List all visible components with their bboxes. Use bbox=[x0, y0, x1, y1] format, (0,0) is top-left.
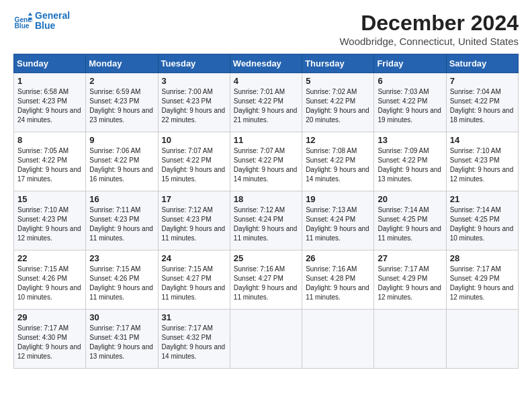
day-number: 7 bbox=[450, 76, 515, 86]
day-info: Sunrise: 7:16 AMSunset: 4:28 PMDaylight:… bbox=[306, 265, 370, 302]
day-cell-10: 10 Sunrise: 7:07 AMSunset: 4:22 PMDaylig… bbox=[158, 132, 230, 191]
day-cell-4: 4 Sunrise: 7:01 AMSunset: 4:22 PMDayligh… bbox=[230, 73, 302, 132]
day-number: 9 bbox=[89, 135, 154, 145]
day-cell-30: 30 Sunrise: 7:17 AMSunset: 4:31 PMDaylig… bbox=[86, 310, 158, 369]
day-number: 31 bbox=[162, 312, 226, 322]
day-number: 10 bbox=[162, 135, 226, 145]
day-info: Sunrise: 6:59 AMSunset: 4:23 PMDaylight:… bbox=[89, 87, 154, 125]
day-number: 1 bbox=[17, 76, 82, 86]
title-area: December 2024 Woodbridge, Connecticut, U… bbox=[339, 11, 519, 47]
day-info: Sunrise: 7:17 AMSunset: 4:29 PMDaylight:… bbox=[450, 265, 515, 302]
day-info: Sunrise: 7:17 AMSunset: 4:29 PMDaylight:… bbox=[378, 265, 442, 302]
day-info: Sunrise: 7:05 AMSunset: 4:22 PMDaylight:… bbox=[17, 146, 82, 184]
day-info: Sunrise: 7:07 AMSunset: 4:22 PMDaylight:… bbox=[234, 146, 298, 184]
day-info: Sunrise: 7:07 AMSunset: 4:22 PMDaylight:… bbox=[162, 146, 226, 184]
day-cell-8: 8 Sunrise: 7:05 AMSunset: 4:22 PMDayligh… bbox=[14, 132, 86, 191]
day-cell-31: 31 Sunrise: 7:17 AMSunset: 4:32 PMDaylig… bbox=[158, 310, 230, 369]
day-cell-14: 14 Sunrise: 7:10 AMSunset: 4:23 PMDaylig… bbox=[446, 132, 518, 191]
svg-text:Blue: Blue bbox=[15, 22, 30, 30]
logo: General Blue General Blue bbox=[13, 11, 70, 32]
day-info: Sunrise: 7:17 AMSunset: 4:30 PMDaylight:… bbox=[17, 324, 82, 361]
day-number: 21 bbox=[450, 194, 515, 204]
empty-cell bbox=[230, 310, 302, 369]
day-number: 4 bbox=[234, 76, 298, 86]
day-info: Sunrise: 7:12 AMSunset: 4:24 PMDaylight:… bbox=[234, 205, 298, 243]
calendar-title: December 2024 bbox=[339, 11, 519, 36]
day-number: 11 bbox=[234, 135, 298, 145]
day-cell-11: 11 Sunrise: 7:07 AMSunset: 4:22 PMDaylig… bbox=[230, 132, 302, 191]
day-cell-22: 22 Sunrise: 7:15 AMSunset: 4:26 PMDaylig… bbox=[14, 250, 86, 310]
week-row-3: 15 Sunrise: 7:10 AMSunset: 4:23 PMDaylig… bbox=[14, 191, 519, 250]
day-number: 8 bbox=[17, 135, 82, 145]
day-cell-25: 25 Sunrise: 7:16 AMSunset: 4:27 PMDaylig… bbox=[230, 250, 302, 310]
header: General Blue General Blue December 2024 … bbox=[13, 11, 519, 47]
day-header-saturday: Saturday bbox=[446, 54, 518, 73]
day-cell-9: 9 Sunrise: 7:06 AMSunset: 4:22 PMDayligh… bbox=[86, 132, 158, 191]
week-row-1: 1 Sunrise: 6:58 AMSunset: 4:23 PMDayligh… bbox=[14, 73, 519, 132]
day-cell-21: 21 Sunrise: 7:14 AMSunset: 4:25 PMDaylig… bbox=[446, 191, 518, 250]
day-number: 18 bbox=[234, 194, 298, 204]
logo-text-line1: General bbox=[35, 11, 70, 21]
day-info: Sunrise: 7:12 AMSunset: 4:23 PMDaylight:… bbox=[162, 205, 226, 243]
day-info: Sunrise: 7:08 AMSunset: 4:22 PMDaylight:… bbox=[306, 146, 370, 184]
day-header-tuesday: Tuesday bbox=[158, 54, 230, 73]
week-row-2: 8 Sunrise: 7:05 AMSunset: 4:22 PMDayligh… bbox=[14, 132, 519, 191]
day-info: Sunrise: 7:10 AMSunset: 4:23 PMDaylight:… bbox=[17, 205, 82, 243]
day-cell-16: 16 Sunrise: 7:11 AMSunset: 4:23 PMDaylig… bbox=[86, 191, 158, 250]
day-info: Sunrise: 7:14 AMSunset: 4:25 PMDaylight:… bbox=[378, 205, 442, 243]
day-cell-26: 26 Sunrise: 7:16 AMSunset: 4:28 PMDaylig… bbox=[302, 250, 374, 310]
day-cell-12: 12 Sunrise: 7:08 AMSunset: 4:22 PMDaylig… bbox=[302, 132, 374, 191]
day-header-sunday: Sunday bbox=[14, 54, 86, 73]
day-cell-15: 15 Sunrise: 7:10 AMSunset: 4:23 PMDaylig… bbox=[14, 191, 86, 250]
day-info: Sunrise: 7:17 AMSunset: 4:31 PMDaylight:… bbox=[89, 324, 154, 361]
week-row-5: 29 Sunrise: 7:17 AMSunset: 4:30 PMDaylig… bbox=[14, 310, 519, 369]
svg-marker-2 bbox=[28, 13, 32, 16]
logo-icon: General Blue bbox=[13, 11, 32, 30]
day-info: Sunrise: 7:11 AMSunset: 4:23 PMDaylight:… bbox=[89, 205, 154, 243]
calendar-subtitle: Woodbridge, Connecticut, United States bbox=[339, 36, 519, 47]
day-cell-7: 7 Sunrise: 7:04 AMSunset: 4:22 PMDayligh… bbox=[446, 73, 518, 132]
empty-cell bbox=[374, 310, 446, 369]
day-info: Sunrise: 7:02 AMSunset: 4:22 PMDaylight:… bbox=[306, 87, 370, 125]
day-info: Sunrise: 7:04 AMSunset: 4:22 PMDaylight:… bbox=[450, 87, 515, 125]
day-cell-19: 19 Sunrise: 7:13 AMSunset: 4:24 PMDaylig… bbox=[302, 191, 374, 250]
day-number: 16 bbox=[89, 194, 154, 204]
day-info: Sunrise: 7:15 AMSunset: 4:26 PMDaylight:… bbox=[17, 265, 82, 302]
day-info: Sunrise: 7:15 AMSunset: 4:26 PMDaylight:… bbox=[89, 265, 154, 302]
day-cell-27: 27 Sunrise: 7:17 AMSunset: 4:29 PMDaylig… bbox=[374, 250, 446, 310]
day-header-friday: Friday bbox=[374, 54, 446, 73]
day-number: 2 bbox=[89, 76, 154, 86]
day-cell-1: 1 Sunrise: 6:58 AMSunset: 4:23 PMDayligh… bbox=[14, 73, 86, 132]
day-cell-28: 28 Sunrise: 7:17 AMSunset: 4:29 PMDaylig… bbox=[446, 250, 518, 310]
days-header-row: SundayMondayTuesdayWednesdayThursdayFrid… bbox=[14, 54, 519, 73]
day-number: 6 bbox=[378, 76, 442, 86]
day-number: 28 bbox=[450, 253, 515, 263]
day-info: Sunrise: 7:14 AMSunset: 4:25 PMDaylight:… bbox=[450, 205, 515, 243]
day-info: Sunrise: 6:58 AMSunset: 4:23 PMDaylight:… bbox=[17, 87, 82, 125]
day-number: 12 bbox=[306, 135, 370, 145]
empty-cell bbox=[446, 310, 518, 369]
day-info: Sunrise: 7:09 AMSunset: 4:22 PMDaylight:… bbox=[378, 146, 442, 184]
day-cell-18: 18 Sunrise: 7:12 AMSunset: 4:24 PMDaylig… bbox=[230, 191, 302, 250]
logo-text-line2: Blue bbox=[35, 21, 70, 31]
day-number: 29 bbox=[17, 312, 82, 322]
day-cell-17: 17 Sunrise: 7:12 AMSunset: 4:23 PMDaylig… bbox=[158, 191, 230, 250]
day-cell-29: 29 Sunrise: 7:17 AMSunset: 4:30 PMDaylig… bbox=[14, 310, 86, 369]
day-number: 13 bbox=[378, 135, 442, 145]
day-number: 5 bbox=[306, 76, 370, 86]
day-info: Sunrise: 7:13 AMSunset: 4:24 PMDaylight:… bbox=[306, 205, 370, 243]
day-number: 3 bbox=[162, 76, 226, 86]
day-header-thursday: Thursday bbox=[302, 54, 374, 73]
day-number: 23 bbox=[89, 253, 154, 263]
day-info: Sunrise: 7:16 AMSunset: 4:27 PMDaylight:… bbox=[234, 265, 298, 302]
day-cell-23: 23 Sunrise: 7:15 AMSunset: 4:26 PMDaylig… bbox=[86, 250, 158, 310]
day-number: 30 bbox=[89, 312, 154, 322]
day-number: 22 bbox=[17, 253, 82, 263]
day-number: 27 bbox=[378, 253, 442, 263]
day-cell-24: 24 Sunrise: 7:15 AMSunset: 4:27 PMDaylig… bbox=[158, 250, 230, 310]
day-info: Sunrise: 7:00 AMSunset: 4:23 PMDaylight:… bbox=[162, 87, 226, 125]
day-number: 20 bbox=[378, 194, 442, 204]
week-row-4: 22 Sunrise: 7:15 AMSunset: 4:26 PMDaylig… bbox=[14, 250, 519, 310]
day-cell-5: 5 Sunrise: 7:02 AMSunset: 4:22 PMDayligh… bbox=[302, 73, 374, 132]
day-number: 17 bbox=[162, 194, 226, 204]
